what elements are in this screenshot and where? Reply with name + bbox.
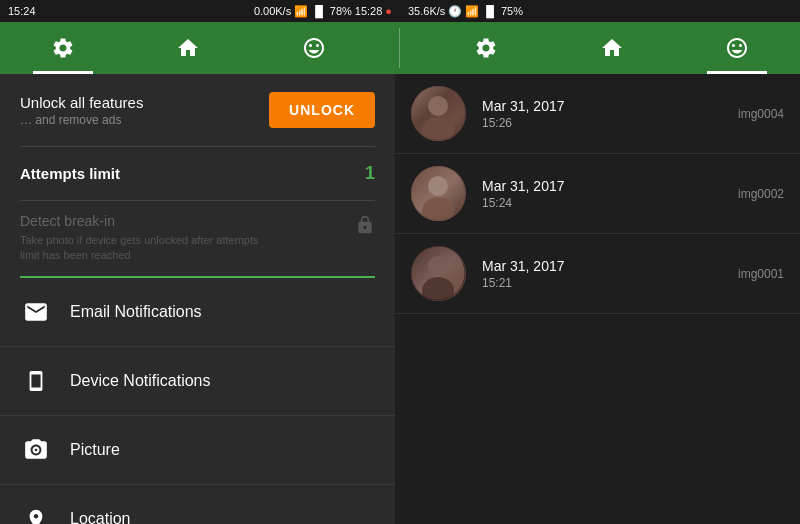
attempts-value: 1 xyxy=(365,163,375,184)
unlock-section: Unlock all features … and remove ads UNL… xyxy=(0,74,395,146)
left-panel: Unlock all features … and remove ads UNL… xyxy=(0,74,395,524)
photo-date-2: Mar 31, 2017 xyxy=(482,258,730,274)
location-icon xyxy=(20,503,52,524)
photo-name-0: img0004 xyxy=(730,107,784,121)
nav-bar xyxy=(0,22,800,74)
photo-item-1[interactable]: Mar 31, 2017 15:24 img0002 xyxy=(395,154,800,234)
nav-home-right[interactable] xyxy=(572,22,652,74)
nav-settings-right[interactable] xyxy=(446,22,526,74)
detect-text: Detect break-in Take photo if device get… xyxy=(20,213,260,264)
photo-thumb-1 xyxy=(411,166,466,221)
photo-thumb-2 xyxy=(411,246,466,301)
settings-left-icon xyxy=(51,36,75,60)
attempts-section: Attempts limit 1 xyxy=(0,147,395,200)
photo-item-2[interactable]: Mar 31, 2017 15:21 img0001 xyxy=(395,234,800,314)
photo-time-1: 15:24 xyxy=(482,196,730,210)
status-bar-left: 15:24 0.00K/s 📶 ▐▌ 78% 15:28 ● xyxy=(0,0,400,22)
battery-left: 78% xyxy=(330,5,352,17)
attempts-label: Attempts limit xyxy=(20,165,120,182)
nav-settings-left[interactable] xyxy=(23,22,103,74)
signal-icon-right: ▐▌ xyxy=(482,5,498,17)
photo-date-1: Mar 31, 2017 xyxy=(482,178,730,194)
photo-date-0: Mar 31, 2017 xyxy=(482,98,730,114)
time-left-2: 15:28 xyxy=(355,5,383,17)
picture-label: Picture xyxy=(70,441,120,459)
wifi-icon: 📶 xyxy=(294,5,308,18)
menu-location[interactable]: Location xyxy=(0,485,395,524)
photo-item-0[interactable]: Mar 31, 2017 15:26 img0004 xyxy=(395,74,800,154)
smiley-right-icon xyxy=(725,36,749,60)
speed-right: 35.6K/s xyxy=(408,5,445,17)
home-right-icon xyxy=(600,36,624,60)
photo-time-0: 15:26 xyxy=(482,116,730,130)
photo-name-1: img0002 xyxy=(730,187,784,201)
unlock-subtitle: … and remove ads xyxy=(20,113,143,127)
unlock-button[interactable]: UNLOCK xyxy=(269,92,375,128)
email-notifications-label: Email Notifications xyxy=(70,303,202,321)
status-bar-right: 35.6K/s 🕐 📶 ▐▌ 75% xyxy=(400,0,800,22)
status-icons-right: 35.6K/s 🕐 📶 ▐▌ 75% xyxy=(408,5,523,18)
smiley-left-icon xyxy=(302,36,326,60)
svg-point-0 xyxy=(428,96,448,116)
signal-icon: ▐▌ xyxy=(311,5,327,17)
nav-smiley-right[interactable] xyxy=(697,22,777,74)
svg-point-6 xyxy=(428,256,448,276)
svg-point-3 xyxy=(428,176,448,196)
photo-info-0: Mar 31, 2017 15:26 xyxy=(482,98,730,130)
home-left-icon xyxy=(176,36,200,60)
right-panel: Mar 31, 2017 15:26 img0004 Mar 31, 2017 … xyxy=(395,74,800,524)
detect-subtitle: Take photo if device gets unlocked after… xyxy=(20,233,260,264)
device-notifications-label: Device Notifications xyxy=(70,372,211,390)
dot-red: ● xyxy=(385,5,392,17)
menu-email-notifications[interactable]: Email Notifications xyxy=(0,278,395,347)
photo-time-2: 15:21 xyxy=(482,276,730,290)
location-label: Location xyxy=(70,510,131,524)
photo-info-2: Mar 31, 2017 15:21 xyxy=(482,258,730,290)
camera-icon xyxy=(20,434,52,466)
photo-thumb-0 xyxy=(411,86,466,141)
unlock-text: Unlock all features … and remove ads xyxy=(20,94,143,127)
lock-icon xyxy=(355,215,375,240)
nav-smiley-left[interactable] xyxy=(274,22,354,74)
detect-section: Detect break-in Take photo if device get… xyxy=(0,201,395,276)
status-icons-left: 0.00K/s 📶 ▐▌ 78% 15:28 ● xyxy=(254,5,392,18)
speed-left: 0.00K/s xyxy=(254,5,291,17)
photo-name-2: img0001 xyxy=(730,267,784,281)
settings-right-icon xyxy=(474,36,498,60)
battery-right: 75% xyxy=(501,5,523,17)
nav-divider xyxy=(399,28,400,68)
time-left: 15:24 xyxy=(8,5,36,17)
menu-picture[interactable]: Picture xyxy=(0,416,395,485)
photo-info-1: Mar 31, 2017 15:24 xyxy=(482,178,730,210)
clock-icon: 🕐 xyxy=(448,5,462,18)
menu-device-notifications[interactable]: Device Notifications xyxy=(0,347,395,416)
email-icon xyxy=(20,296,52,328)
wifi-icon-right: 📶 xyxy=(465,5,479,18)
nav-home-left[interactable] xyxy=(148,22,228,74)
detect-title: Detect break-in xyxy=(20,213,260,229)
unlock-title: Unlock all features xyxy=(20,94,143,111)
device-icon xyxy=(20,365,52,397)
